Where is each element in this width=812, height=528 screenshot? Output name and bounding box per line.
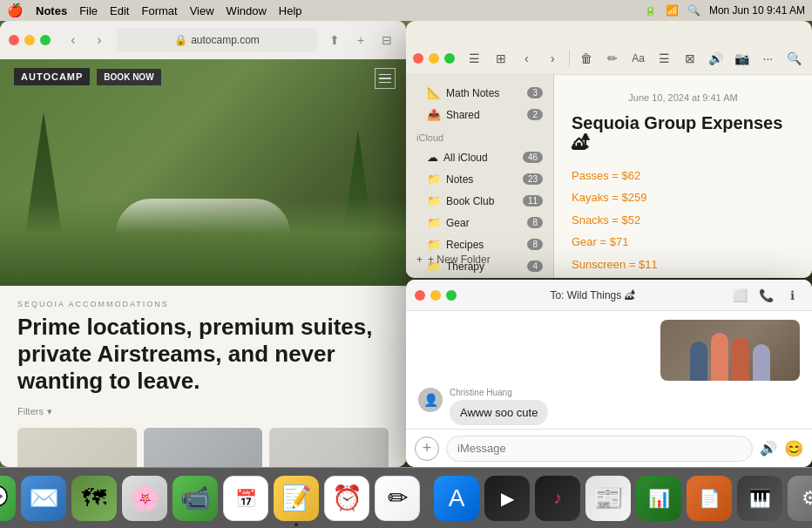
- cabin-thumb-3[interactable]: [269, 428, 389, 467]
- new-tab-button[interactable]: +: [350, 30, 371, 51]
- cabin-thumb-2[interactable]: [144, 428, 263, 467]
- help-menu[interactable]: Help: [279, 4, 302, 17]
- hero-image: AUTOCAMP BOOK NOW: [0, 59, 406, 286]
- notes-close-button[interactable]: [413, 53, 423, 64]
- dock-icon-calendar[interactable]: 📅: [223, 476, 268, 521]
- dock-icon-tv[interactable]: ▶: [484, 476, 530, 521]
- photos-dock-icon: 🌸: [130, 484, 160, 512]
- apple-menu[interactable]: 🍎: [7, 3, 24, 18]
- facetime-dock-icon: 📹: [180, 484, 211, 512]
- emoji-button[interactable]: 😊: [784, 439, 803, 458]
- messages-maximize-button[interactable]: [446, 290, 457, 301]
- dock-icon-freeform[interactable]: ✏: [375, 476, 420, 521]
- dock-icon-messages[interactable]: 💬: [0, 476, 16, 521]
- battery-icon: 🔋: [644, 4, 657, 17]
- news-dock-icon: 📰: [593, 484, 624, 512]
- notes-window: ☰ ⊞ ‹ › 🗑 ✏ Aa ☰ ⊠ 🔊 📷 ··· 🔍 📐Math Notes…: [406, 21, 812, 278]
- delete-btn[interactable]: 🗑: [575, 46, 598, 71]
- dock-icon-instruments[interactable]: 🎹: [737, 476, 782, 521]
- lock-icon: 🔒: [174, 34, 187, 46]
- cabin-thumb-1[interactable]: [17, 428, 137, 467]
- messages-info-button[interactable]: ℹ: [781, 284, 803, 307]
- search-btn[interactable]: 🔍: [782, 46, 805, 71]
- notes-forward-btn[interactable]: ›: [541, 46, 564, 71]
- foliage: [0, 199, 406, 286]
- hamburger-menu[interactable]: [375, 68, 396, 89]
- file-menu[interactable]: File: [79, 4, 98, 17]
- app-name-menu[interactable]: Notes: [36, 4, 67, 17]
- sidebar-toggle-btn[interactable]: ☰: [464, 46, 486, 71]
- book-club-badge: 11: [523, 195, 543, 206]
- window-menu[interactable]: Window: [227, 4, 267, 17]
- safari-titlebar: ‹ › 🔒 autocamp.com ⬆ + ⊟: [0, 21, 406, 59]
- dock-icon-photos[interactable]: 🌸: [122, 476, 167, 521]
- notes-folder[interactable]: 📁Notes 23: [406, 168, 553, 190]
- messages-close-button[interactable]: [415, 290, 425, 301]
- photo-btn[interactable]: 📷: [731, 46, 754, 71]
- forward-button[interactable]: ›: [89, 30, 110, 51]
- more-btn[interactable]: ···: [757, 46, 780, 71]
- messages-minimize-button[interactable]: [430, 290, 441, 301]
- list-btn[interactable]: ☰: [653, 46, 675, 71]
- edit-menu[interactable]: Edit: [110, 4, 129, 17]
- dock-icon-maps[interactable]: 🗺: [71, 476, 117, 521]
- format-menu[interactable]: Format: [141, 4, 177, 17]
- new-folder-button[interactable]: ++ New Folder: [406, 248, 554, 271]
- video-call-button[interactable]: ⬜: [728, 284, 751, 307]
- notes-maximize-button[interactable]: [444, 53, 455, 64]
- dock-icon-reminders[interactable]: ⏰: [324, 476, 369, 521]
- share-button[interactable]: ⬆: [324, 30, 345, 51]
- audio-call-button[interactable]: 📞: [754, 284, 777, 307]
- dock-icon-mail[interactable]: ✉️: [21, 476, 66, 521]
- imessage-input[interactable]: [446, 436, 753, 462]
- notes-back-btn[interactable]: ‹: [516, 46, 538, 71]
- kayaks-label: Kayaks = $259: [572, 191, 646, 204]
- back-button[interactable]: ‹: [63, 30, 84, 51]
- audio-message-button[interactable]: 🔊: [760, 440, 777, 457]
- maximize-button[interactable]: [40, 35, 51, 45]
- filters-row: Filters ▾: [17, 406, 389, 417]
- dock-icon-numbers[interactable]: 📊: [636, 476, 681, 521]
- text-format-btn[interactable]: Aa: [627, 46, 650, 71]
- dock-icon-notes[interactable]: 📝: [274, 476, 319, 521]
- url-text: autocamp.com: [191, 34, 260, 46]
- sender-name-1: Christine Huang: [450, 388, 548, 397]
- dock-icon-news[interactable]: 📰: [585, 476, 631, 521]
- math-notes-folder[interactable]: 📐Math Notes 3: [406, 82, 553, 104]
- shared-badge: 2: [527, 109, 543, 120]
- dock-icon-pages[interactable]: 📄: [687, 476, 732, 521]
- compose-btn[interactable]: ✏: [601, 46, 624, 71]
- dock-icon-appstore[interactable]: A: [434, 476, 479, 521]
- table-btn[interactable]: ⊠: [679, 46, 701, 71]
- notes-minimize-button[interactable]: [429, 53, 439, 64]
- toolbar-divider-1: [569, 50, 570, 67]
- gear-count-badge: 8: [527, 217, 543, 228]
- messages-window: To: Wild Things 🏕 ⬜ 📞 ℹ: [406, 280, 812, 467]
- gallery-view-btn[interactable]: ⊞: [490, 46, 512, 71]
- book-now-button[interactable]: BOOK NOW: [97, 69, 160, 85]
- dock-icon-settings[interactable]: ⚙: [788, 476, 812, 521]
- all-icloud-folder[interactable]: ☁All iCloud 46: [406, 146, 553, 168]
- filter-chevron[interactable]: ▾: [47, 406, 52, 417]
- dock-icon-music[interactable]: ♪: [535, 476, 580, 521]
- add-attachment-button[interactable]: +: [415, 437, 439, 461]
- mail-dock-icon: ✉️: [29, 484, 59, 512]
- tv-dock-icon: ▶: [501, 488, 514, 509]
- book-club-folder[interactable]: 📁Book Club 11: [406, 190, 553, 212]
- sidebar-toggle[interactable]: ⊟: [376, 30, 397, 51]
- close-button[interactable]: [9, 35, 19, 45]
- note-date: June 10, 2024 at 9:41 AM: [572, 92, 795, 103]
- dock-icon-facetime[interactable]: 📹: [173, 476, 218, 521]
- view-menu[interactable]: View: [190, 4, 214, 17]
- shared-folder[interactable]: 📤Shared 2: [406, 104, 553, 125]
- notes-count-badge: 23: [523, 173, 543, 185]
- messages-recipient: To: Wild Things 🏕: [464, 289, 721, 301]
- messages-input-bar: + 🔊 😊: [406, 429, 812, 467]
- gear-folder[interactable]: 📁Gear 8: [406, 212, 553, 234]
- passes-label: Passes = $62: [572, 169, 640, 182]
- audio-btn[interactable]: 🔊: [705, 46, 727, 71]
- notes-note-content: June 10, 2024 at 9:41 AM Sequoia Group E…: [554, 75, 812, 278]
- address-bar[interactable]: 🔒 autocamp.com: [117, 28, 317, 52]
- reminders-dock-icon: ⏰: [332, 484, 362, 512]
- minimize-button[interactable]: [24, 35, 35, 45]
